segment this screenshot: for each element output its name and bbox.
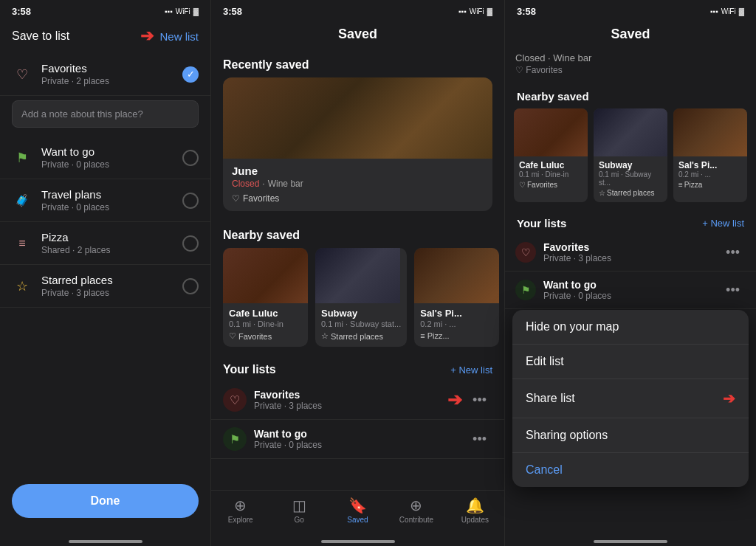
subway-name: Subway (321, 308, 401, 319)
status-icons-3: ▪▪▪ WiFi ▓ (710, 7, 744, 15)
your-list-favorites-icon: ♡ (223, 388, 247, 412)
signal-icon-3: ▪▪▪ (710, 7, 718, 15)
p3-list-favorites[interactable]: ♡ Favorites Private · 3 places ••• (505, 234, 756, 272)
list-item-pizza[interactable]: ≡ Pizza Shared · 2 places (0, 222, 210, 265)
status-bar-3: 3:58 ▪▪▪ WiFi ▓ (505, 0, 756, 21)
cafe-luluc-heart-icon: ♡ (229, 331, 236, 341)
pizza-sub: Shared · 2 places (41, 245, 182, 255)
travel-plans-radio[interactable] (182, 193, 199, 209)
your-list-want-name: Want to go (254, 428, 467, 440)
recently-saved-label: Recently saved (211, 49, 504, 77)
your-lists-new-button[interactable]: + New list (450, 364, 492, 376)
nearby-card-cafe-luluc[interactable]: Cafe Luluc 0.1 mi · Dine-in ♡ Favorites (223, 248, 308, 347)
panel-save-to-list: 3:58 ▪▪▪ WiFi ▓ Save to list ➔ New list … (0, 0, 211, 546)
signal-icon: ▪▪▪ (165, 7, 173, 15)
list-item-starred-places[interactable]: ☆ Starred places Private · 3 places (0, 265, 210, 308)
wifi-icon-3: WiFi (721, 7, 736, 15)
nav-explore[interactable]: ⊕ Explore (211, 497, 269, 524)
p3-cafe-luluc[interactable]: Cafe Luluc 0.1 mi · Dine-in ♡ Favorites (514, 108, 588, 202)
cancel-option[interactable]: Cancel (512, 453, 749, 487)
nav-updates[interactable]: 🔔 Updates (446, 497, 504, 524)
p3-want-sub: Private · 0 places (543, 291, 720, 301)
note-input[interactable]: Add a note about this place? (12, 100, 199, 128)
favorites-sub: Private · 2 places (41, 76, 182, 86)
starred-radio[interactable] (182, 278, 199, 294)
subway-image (315, 248, 400, 303)
june-tag: ♡ Favorites (232, 193, 484, 204)
save-list-items: ♡ Favorites Private · 2 places ✓ Add a n… (0, 53, 210, 475)
want-to-go-radio[interactable] (182, 150, 199, 166)
p3-favorites-sub: Private · 3 places (543, 253, 720, 263)
pizza-name: Pizza (41, 231, 182, 243)
cafe-luluc-sub: 0.1 mi · Dine-in (229, 319, 302, 328)
nav-go[interactable]: ◫ Go (269, 497, 328, 524)
subway-star-icon: ☆ (321, 331, 329, 341)
nav-go-label: Go (294, 516, 303, 524)
nav-contribute[interactable]: ⊕ Contribute (387, 497, 445, 524)
june-heart-icon: ♡ (232, 193, 240, 204)
panel3-title: Saved (611, 27, 650, 41)
p3-subway-name: Subway (599, 160, 662, 170)
sals-name: Sal's Pi... (420, 308, 493, 319)
cafe-luluc-name: Cafe Luluc (229, 308, 302, 319)
p3-sals[interactable]: Sal's Pi... 0.2 mi · ... ≡ Pizza (673, 108, 747, 202)
arrow-to-share-list: ➔ (723, 390, 735, 407)
june-closed: Closed (232, 179, 259, 189)
nav-updates-label: Updates (461, 516, 489, 524)
p3-favorites-info: Favorites Private · 3 places (543, 241, 720, 263)
your-list-favorites-info: Favorites Private · 3 places (254, 389, 447, 411)
p3-subway[interactable]: Subway 0.1 mi · Subway st... ☆ Starred p… (594, 108, 667, 202)
bookmark-icon: 🔖 (348, 497, 367, 514)
status-time-1: 3:58 (12, 6, 31, 17)
plus-circle-icon: ⊕ (410, 497, 422, 514)
list-item-favorites[interactable]: ♡ Favorites Private · 2 places ✓ (0, 53, 210, 96)
your-list-favorites[interactable]: ♡ Favorites Private · 3 places ➔ ••• (211, 381, 504, 420)
p3-new-list-button[interactable]: + New list (702, 218, 744, 229)
p3-subway-image (594, 108, 667, 156)
sals-image (414, 248, 499, 303)
list-item-travel-plans[interactable]: 🧳 Travel plans Private · 0 places (0, 179, 210, 222)
panel-saved-with-dropdown: 3:58 ▪▪▪ WiFi ▓ Saved Closed · Wine bar … (505, 0, 756, 546)
your-list-want-icon: ⚑ (223, 427, 247, 451)
p3-cafe-image (514, 108, 588, 156)
nav-contribute-label: Contribute (399, 516, 433, 524)
cafe-luluc-info: Cafe Luluc 0.1 mi · Dine-in ♡ Favorites (223, 303, 308, 347)
favorites-three-dots-button[interactable]: ••• (467, 390, 492, 411)
list-item-want-to-go[interactable]: ⚑ Want to go Private · 0 places (0, 136, 210, 179)
status-bar-1: 3:58 ▪▪▪ WiFi ▓ (0, 0, 210, 21)
nav-saved[interactable]: 🔖 Saved (329, 497, 387, 524)
favorites-info: Favorites Private · 2 places (41, 62, 182, 86)
p3-favorites-three-dots[interactable]: ••• (720, 242, 746, 263)
share-list-option[interactable]: Share list ➔ (512, 379, 749, 418)
p3-subway-sub: 0.1 mi · Subway st... (599, 170, 662, 187)
subway-info: Subway 0.1 mi · Subway stat... ☆ Starred… (315, 303, 407, 347)
sals-tag: ≡ Pizz... (420, 331, 493, 340)
new-list-button[interactable]: New list (159, 30, 199, 43)
p3-want-three-dots[interactable]: ••• (720, 280, 746, 301)
p3-subway-tag: ☆ Starred places (599, 189, 662, 197)
pizza-info: Pizza Shared · 2 places (41, 231, 182, 255)
recently-saved-card[interactable]: June Closed · Wine bar ♡ Favorites (223, 77, 492, 211)
nearby-card-subway[interactable]: Subway 0.1 mi · Subway stat... ☆ Starred… (315, 248, 407, 347)
sharing-options-option[interactable]: Sharing options (512, 418, 749, 453)
edit-list-option[interactable]: Edit list (512, 345, 749, 379)
hide-on-map-option[interactable]: Hide on your map (512, 310, 749, 345)
nearby-card-sals[interactable]: Sal's Pi... 0.2 mi · ... ≡ Pizz... (414, 248, 499, 347)
p3-cafe-heart-icon: ♡ (519, 181, 526, 189)
want-to-go-three-dots-button[interactable]: ••• (467, 429, 492, 450)
p3-subway-info: Subway 0.1 mi · Subway st... ☆ Starred p… (594, 156, 667, 202)
top-place-tag: ♡ Favorites (515, 65, 746, 75)
done-button[interactable]: Done (12, 484, 199, 518)
battery-icon: ▓ (193, 7, 199, 15)
p3-nearby-label: Nearby saved (505, 81, 756, 108)
your-list-want-to-go[interactable]: ⚑ Want to go Private · 0 places ••• (211, 420, 504, 459)
favorites-name: Favorites (41, 62, 182, 75)
june-name: June (232, 165, 484, 177)
p3-list-want-to-go[interactable]: ⚑ Want to go Private · 0 places ••• (505, 272, 756, 309)
status-time-2: 3:58 (223, 6, 242, 17)
starred-name: Starred places (41, 274, 182, 286)
top-place-closed: Closed · Wine bar (515, 52, 746, 63)
pizza-radio[interactable] (182, 235, 199, 252)
nav-saved-label: Saved (347, 516, 368, 524)
arrow-pointing-to-new-list: ➔ (140, 27, 154, 46)
